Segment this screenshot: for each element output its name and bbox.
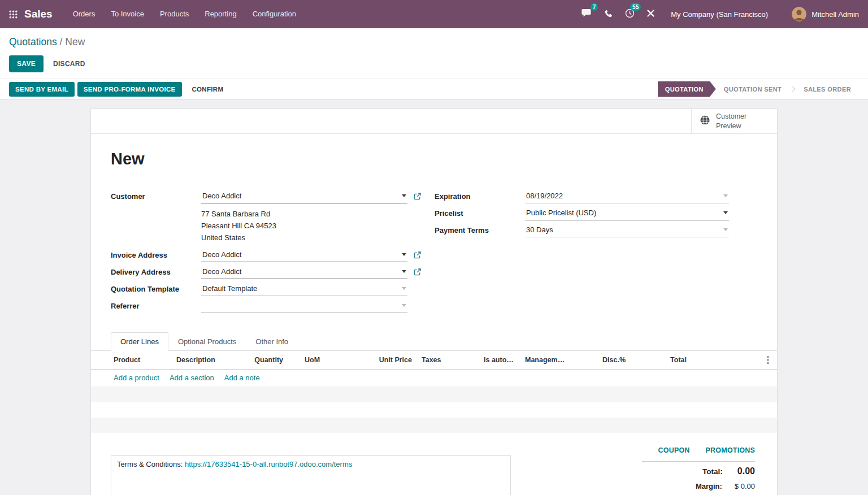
add-section-link[interactable]: Add a section xyxy=(170,374,214,382)
total-label: Total: xyxy=(702,467,723,476)
form-view: Customer Preview New Customer Deco Addic… xyxy=(0,99,868,495)
col-description: Description xyxy=(176,356,252,364)
empty-row xyxy=(91,418,777,433)
caret-down-icon xyxy=(402,194,406,197)
status-sales-order[interactable]: SALES ORDER xyxy=(796,81,859,97)
column-toggle-icon[interactable] xyxy=(767,355,769,364)
chevron-right-icon xyxy=(790,86,796,92)
notebook-tabs: Order Lines Optional Products Other Info xyxy=(91,332,777,351)
delivery-address-external-link-icon[interactable] xyxy=(414,268,421,276)
app-name[interactable]: Sales xyxy=(24,8,53,20)
top-navbar: Sales Orders To Invoice Products Reporti… xyxy=(0,0,868,28)
activities-badge: 55 xyxy=(630,3,641,11)
col-unit-price: Unit Price xyxy=(378,356,412,364)
call-button[interactable] xyxy=(598,6,619,23)
status-quotation-sent[interactable]: QUOTATION SENT xyxy=(716,81,789,97)
promotions-button[interactable]: PROMOTIONS xyxy=(706,446,755,454)
debug-tools-button[interactable] xyxy=(641,6,661,23)
record-title: New xyxy=(111,150,757,168)
col-product: Product xyxy=(114,356,176,364)
referrer-label: Referrer xyxy=(111,302,201,310)
delivery-address-field[interactable]: Deco Addict xyxy=(201,264,407,279)
terms-label: Terms & Conditions: xyxy=(117,460,183,468)
form-statusbar: SEND BY EMAIL SEND PRO-FORMA INVOICE CON… xyxy=(0,79,868,99)
breadcrumb: Quotations / New xyxy=(9,36,859,48)
apps-grid-icon[interactable] xyxy=(9,10,18,19)
col-taxes: Taxes xyxy=(422,356,484,364)
user-avatar[interactable] xyxy=(792,7,806,21)
terms-and-conditions[interactable]: Terms & Conditions: https://17633541-15-… xyxy=(111,455,511,495)
chat-icon xyxy=(581,8,592,20)
close-icon xyxy=(647,9,654,19)
col-uom: UoM xyxy=(305,356,378,364)
address-line: Pleasant Hill CA 94523 xyxy=(201,220,421,232)
customer-external-link-icon[interactable] xyxy=(414,193,421,200)
tab-other-info[interactable]: Other Info xyxy=(246,332,298,351)
messages-button[interactable]: 7 xyxy=(575,5,598,23)
invoice-address-field[interactable]: Deco Addict xyxy=(201,248,407,262)
user-menu[interactable]: Mitchell Admin xyxy=(811,10,859,19)
activities-button[interactable]: 55 xyxy=(619,5,641,24)
payment-terms-label: Payment Terms xyxy=(435,226,525,235)
invoice-address-external-link-icon[interactable] xyxy=(414,251,421,259)
tab-optional-products[interactable]: Optional Products xyxy=(168,332,246,351)
caret-down-icon xyxy=(402,270,406,273)
breadcrumb-current: New xyxy=(65,36,85,47)
coupon-button[interactable]: COUPON xyxy=(658,446,690,454)
breadcrumb-separator: / xyxy=(60,36,63,47)
add-note-link[interactable]: Add a note xyxy=(224,374,260,382)
nav-reporting[interactable]: Reporting xyxy=(197,0,244,28)
nav-configuration[interactable]: Configuration xyxy=(245,0,304,28)
order-lines-header: Product Description Quantity UoM Unit Pr… xyxy=(91,351,777,370)
empty-row xyxy=(91,402,777,418)
add-product-link[interactable]: Add a product xyxy=(114,374,159,382)
caret-down-icon xyxy=(723,194,728,197)
status-quotation[interactable]: QUOTATION xyxy=(658,81,716,97)
delivery-address-label: Delivery Address xyxy=(111,268,201,276)
payment-terms-field[interactable]: 30 Days xyxy=(525,223,729,237)
customer-address: 77 Santa Barbara Rd Pleasant Hill CA 945… xyxy=(201,205,421,246)
invoice-address-label: Invoice Address xyxy=(111,251,201,259)
send-proforma-invoice-button[interactable]: SEND PRO-FORMA INVOICE xyxy=(77,82,182,97)
phone-icon xyxy=(604,9,613,20)
expiration-label: Expiration xyxy=(435,192,525,201)
tab-order-lines[interactable]: Order Lines xyxy=(111,332,168,351)
col-discount: Disc.% xyxy=(602,356,626,364)
customer-label: Customer xyxy=(111,192,201,201)
quotation-template-field[interactable]: Default Template xyxy=(201,281,407,296)
confirm-button[interactable]: CONFIRM xyxy=(185,82,231,97)
margin-value: $ 0.00 xyxy=(735,482,755,490)
customer-field[interactable]: Deco Addict xyxy=(201,189,407,203)
col-management: Managem… xyxy=(525,356,602,364)
customer-preview-label: Customer Preview xyxy=(716,112,769,131)
caret-down-icon xyxy=(723,228,728,231)
discard-button[interactable]: DISCARD xyxy=(46,55,93,72)
referrer-field[interactable] xyxy=(201,298,407,313)
nav-orders[interactable]: Orders xyxy=(65,0,103,28)
pricelist-label: Pricelist xyxy=(435,209,525,218)
caret-down-icon xyxy=(723,211,728,214)
nav-to-invoice[interactable]: To Invoice xyxy=(103,0,152,28)
control-panel: Quotations / New SAVE DISCARD xyxy=(0,28,868,79)
total-value: 0.00 xyxy=(737,466,755,476)
send-by-email-button[interactable]: SEND BY EMAIL xyxy=(9,82,75,97)
form-sheet: Customer Preview New Customer Deco Addic… xyxy=(90,108,778,495)
breadcrumb-quotations[interactable]: Quotations xyxy=(9,36,57,47)
empty-row xyxy=(91,387,777,402)
subtotal-footer: COUPON PROMOTIONS Total: 0.00 Margin: $ … xyxy=(642,446,755,494)
col-quantity: Quantity xyxy=(252,356,283,364)
messages-badge: 7 xyxy=(591,3,598,11)
pricelist-field[interactable]: Public Pricelist (USD) xyxy=(525,206,729,220)
nav-products[interactable]: Products xyxy=(152,0,197,28)
terms-link[interactable]: https://17633541-15-0-all.runbot97.odoo.… xyxy=(185,460,352,468)
save-button[interactable]: SAVE xyxy=(9,55,44,72)
expiration-field[interactable]: 08/19/2022 xyxy=(525,189,729,203)
col-total: Total xyxy=(626,356,687,364)
company-switcher[interactable]: My Company (San Francisco) xyxy=(671,10,768,19)
address-line: 77 Santa Barbara Rd xyxy=(201,208,421,220)
globe-icon xyxy=(700,115,710,128)
status-steps: QUOTATION QUOTATION SENT SALES ORDER xyxy=(658,81,859,97)
caret-down-icon xyxy=(402,253,406,256)
sheet-topbar: Customer Preview xyxy=(91,109,777,134)
customer-preview-button[interactable]: Customer Preview xyxy=(691,109,777,133)
